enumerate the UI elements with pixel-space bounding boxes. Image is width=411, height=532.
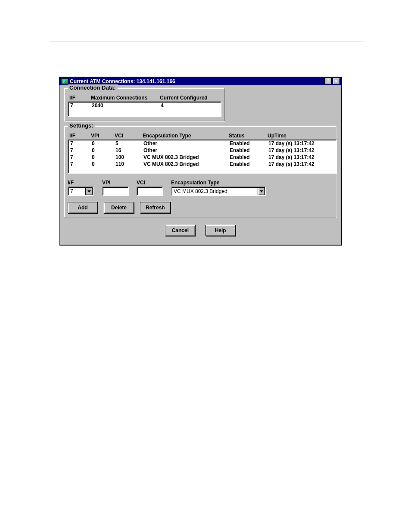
col-if: I/F [69, 95, 91, 101]
add-button[interactable]: Add [68, 202, 98, 213]
cell-max: 2040 [92, 103, 161, 109]
settings-group: Settings: I/F VPI VCI Encapsulation Type… [64, 126, 337, 218]
chevron-down-icon[interactable] [258, 187, 265, 195]
chevron-down-icon[interactable] [85, 187, 93, 195]
table-row: 7 0 100 VC MUX 802.3 Bridged Enabled 17 … [68, 154, 336, 161]
cell-if: 7 [70, 103, 92, 109]
table-row: 7 0 16 Other Enabled 17 day (s) 13:17:42 [68, 147, 336, 154]
edit-vpi-label: VPI [102, 180, 137, 186]
cell-curr: 4 [161, 103, 225, 109]
window-title: Current ATM Connections: 134.141.161.166 [70, 78, 323, 84]
col-vpi: VPI [91, 133, 115, 139]
page-divider [50, 41, 364, 41]
col-uptime: UpTime [268, 133, 341, 139]
refresh-button[interactable]: Refresh [140, 202, 171, 213]
table-row: 7 2040 4 [68, 102, 221, 109]
settings-legend: Settings: [68, 122, 95, 129]
table-row: 7 0 5 Other Enabled 17 day (s) 13:17:42 [68, 140, 336, 147]
vpi-input[interactable] [102, 187, 129, 196]
connection-data-legend: Connection Data: [68, 84, 118, 91]
help-button[interactable]: Help [206, 225, 236, 236]
settings-list[interactable]: 7 0 5 Other Enabled 17 day (s) 13:17:42 … [68, 139, 337, 174]
table-row: 7 0 110 VC MUX 802.3 Bridged Enabled 17 … [68, 161, 336, 168]
col-max: Maximum Connections [91, 95, 160, 101]
col-enc: Encapsulation Type [143, 133, 229, 139]
edit-enc-label: Encapsulation Type [171, 180, 283, 186]
connection-data-group: Connection Data: I/F Maximum Connections… [64, 88, 225, 121]
if-combo[interactable]: 7 [68, 187, 93, 196]
col-if: I/F [69, 133, 91, 139]
col-curr: Current Configured [160, 95, 224, 101]
vci-input[interactable] [137, 187, 163, 196]
col-status: Status [229, 133, 268, 139]
dialog-window: Current ATM Connections: 134.141.161.166… [59, 77, 342, 245]
encapsulation-combo[interactable]: VC MUX 802.3 Bridged [171, 187, 266, 196]
edit-if-label: I/F [68, 180, 102, 186]
help-icon[interactable]: ? [324, 78, 332, 84]
edit-vci-label: VCI [137, 180, 171, 186]
connection-data-list[interactable]: 7 2040 4 [68, 101, 221, 117]
app-icon [61, 78, 68, 84]
delete-button[interactable]: Delete [104, 202, 134, 213]
close-icon[interactable]: × [333, 78, 340, 84]
col-vci: VCI [115, 133, 143, 139]
cancel-button[interactable]: Cancel [165, 225, 195, 236]
